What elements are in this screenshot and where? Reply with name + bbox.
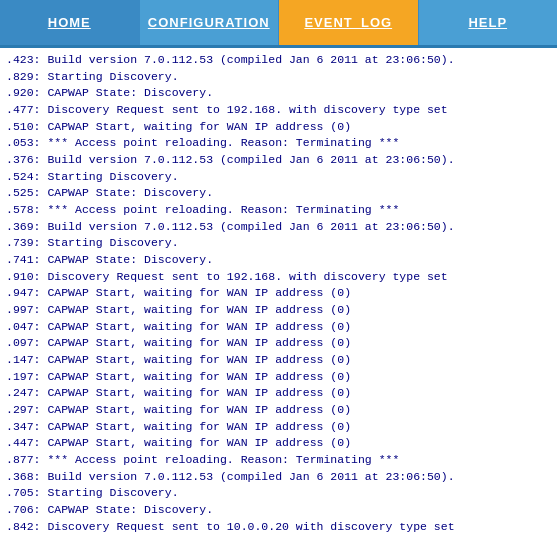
nav-item-configuration[interactable]: CONFIGURATION xyxy=(140,0,280,45)
log-line: .097: CAPWAP Start, waiting for WAN IP a… xyxy=(6,335,551,352)
log-line: .297: CAPWAP Start, waiting for WAN IP a… xyxy=(6,402,551,419)
log-line: .842: Discovery Request sent to 10.0.0.2… xyxy=(6,519,551,536)
log-line: .739: Starting Discovery. xyxy=(6,235,551,252)
log-line: .369: Build version 7.0.112.53 (compiled… xyxy=(6,219,551,236)
navigation-bar: HOMECONFIGURATIONEVENT_LOGHELP xyxy=(0,0,557,48)
log-line: .705: Starting Discovery. xyxy=(6,485,551,502)
nav-label-configuration: CONFIGURATION xyxy=(148,15,270,30)
log-line: .376: Build version 7.0.112.53 (compiled… xyxy=(6,152,551,169)
log-line: .877: *** Access point reloading. Reason… xyxy=(6,452,551,469)
log-container[interactable]: .423: Build version 7.0.112.53 (compiled… xyxy=(0,48,557,557)
log-line: .910: Discovery Request sent to 192.168.… xyxy=(6,269,551,286)
nav-item-home[interactable]: HOME xyxy=(0,0,140,45)
nav-label-help: HELP xyxy=(468,15,507,30)
log-line: .368: Build version 7.0.112.53 (compiled… xyxy=(6,469,551,486)
nav-item-help[interactable]: HELP xyxy=(419,0,558,45)
log-line: .423: Build version 7.0.112.53 (compiled… xyxy=(6,52,551,69)
log-line: .578: *** Access point reloading. Reason… xyxy=(6,202,551,219)
log-line: .247: CAPWAP Start, waiting for WAN IP a… xyxy=(6,385,551,402)
log-line: .706: CAPWAP State: Discovery. xyxy=(6,502,551,519)
log-line: .197: CAPWAP Start, waiting for WAN IP a… xyxy=(6,369,551,386)
log-line: .510: CAPWAP Start, waiting for WAN IP a… xyxy=(6,119,551,136)
log-line: .741: CAPWAP State: Discovery. xyxy=(6,252,551,269)
log-line: .477: Discovery Request sent to 192.168.… xyxy=(6,102,551,119)
log-line: .447: CAPWAP Start, waiting for WAN IP a… xyxy=(6,435,551,452)
log-line: .053: *** Access point reloading. Reason… xyxy=(6,135,551,152)
log-line: .997: CAPWAP Start, waiting for WAN IP a… xyxy=(6,302,551,319)
log-line: .147: CAPWAP Start, waiting for WAN IP a… xyxy=(6,352,551,369)
log-line: .047: CAPWAP Start, waiting for WAN IP a… xyxy=(6,319,551,336)
log-line: .947: CAPWAP Start, waiting for WAN IP a… xyxy=(6,285,551,302)
log-line: .525: CAPWAP State: Discovery. xyxy=(6,185,551,202)
log-line: .829: Starting Discovery. xyxy=(6,69,551,86)
log-line: .347: CAPWAP Start, waiting for WAN IP a… xyxy=(6,419,551,436)
log-line: .524: Starting Discovery. xyxy=(6,169,551,186)
nav-label-event_log: EVENT_LOG xyxy=(304,15,392,30)
log-line: .920: CAPWAP State: Discovery. xyxy=(6,85,551,102)
nav-item-event_log[interactable]: EVENT_LOG xyxy=(279,0,419,45)
nav-label-home: HOME xyxy=(48,15,91,30)
